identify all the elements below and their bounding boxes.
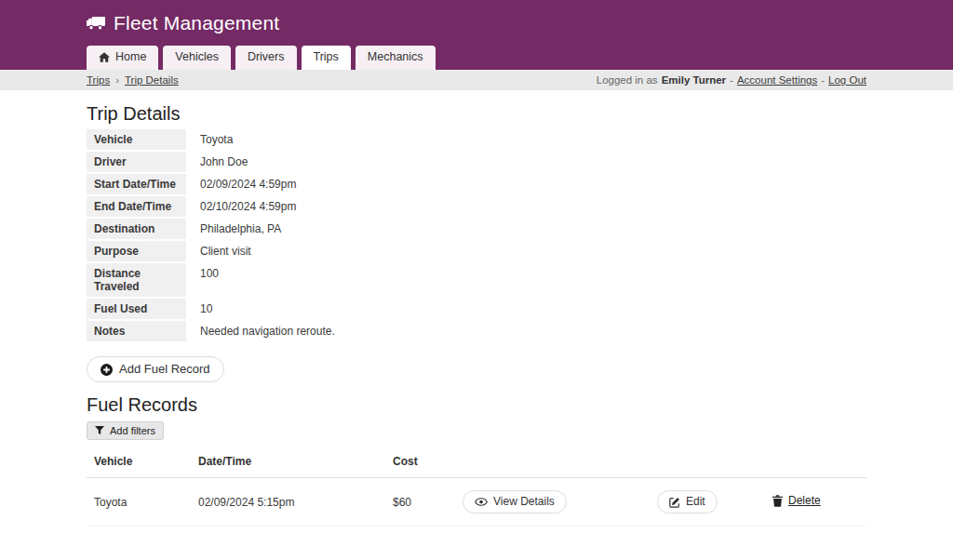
detail-row: Purpose Client visit (87, 241, 866, 261)
fuel-table-header-row: Vehicle Date/Time Cost (87, 449, 866, 478)
detail-value: John Doe (186, 152, 255, 172)
trip-details-table: Vehicle Toyota Driver John Doe Start Dat… (87, 129, 866, 341)
column-header-cost: Cost (385, 449, 455, 478)
breadcrumb-trips-link[interactable]: Trips (87, 74, 110, 86)
tab-vehicles[interactable]: Vehicles (163, 46, 231, 70)
detail-value: 02/10/2024 4:59pm (186, 196, 303, 217)
detail-label: Start Date/Time (87, 174, 186, 194)
plus-circle-icon (101, 364, 113, 376)
detail-row: Start Date/Time 02/09/2024 4:59pm (87, 174, 866, 194)
tab-label: Mechanics (368, 51, 423, 63)
detail-value: Needed navigation reroute. (186, 321, 342, 341)
add-filters-button[interactable]: Add filters (87, 421, 164, 440)
detail-label: Notes (87, 321, 186, 341)
detail-value: Toyota (186, 129, 240, 150)
trash-icon (772, 495, 783, 507)
session-prefix: Logged in as (597, 74, 658, 86)
app-title: Fleet Management (87, 0, 866, 34)
filter-icon (95, 426, 104, 435)
main-nav: Home Vehicles Drivers Trips Mechanics (87, 46, 866, 70)
detail-row: Vehicle Toyota (87, 129, 866, 150)
session-user: Emily Turner (662, 74, 726, 86)
home-icon (99, 52, 110, 62)
account-settings-link[interactable]: Account Settings (737, 74, 817, 86)
detail-row: Notes Needed navigation reroute. (87, 321, 866, 341)
detail-value: Client visit (186, 241, 259, 261)
delete-button[interactable]: Delete (772, 494, 821, 507)
tab-home[interactable]: Home (87, 46, 158, 70)
detail-label: Fuel Used (87, 299, 186, 319)
detail-value: 100 (186, 263, 226, 297)
tab-label: Drivers (248, 51, 285, 63)
view-details-label: View Details (493, 496, 555, 508)
detail-value: Philadelphia, PA (186, 219, 289, 239)
tab-label: Vehicles (175, 51, 219, 63)
page-title: Trip Details (87, 103, 866, 124)
detail-value: 02/09/2024 4:59pm (186, 174, 303, 194)
log-out-link[interactable]: Log Out (828, 74, 866, 86)
detail-row: Destination Philadelphia, PA (87, 219, 866, 239)
delete-label: Delete (788, 494, 821, 507)
detail-label: End Date/Time (87, 196, 186, 217)
column-header-empty (650, 449, 765, 478)
cell-cost: $60 (385, 478, 455, 527)
tab-mechanics[interactable]: Mechanics (356, 46, 436, 70)
detail-row: Driver John Doe (87, 152, 866, 172)
fuel-records-heading: Fuel Records (87, 394, 866, 415)
breadcrumb-current-link[interactable]: Trip Details (125, 74, 179, 86)
detail-value: 10 (186, 299, 220, 319)
detail-row: Fuel Used 10 (87, 299, 866, 319)
session-info: Logged in as Emily Turner - Account Sett… (597, 74, 866, 86)
edit-pencil-icon (669, 497, 680, 508)
detail-label: Vehicle (87, 129, 186, 150)
edit-button[interactable]: Edit (657, 490, 718, 513)
detail-label: Purpose (87, 241, 186, 261)
breadcrumb-separator: › (115, 74, 119, 86)
cell-datetime: 02/09/2024 5:15pm (191, 478, 385, 527)
app-title-text: Fleet Management (114, 12, 279, 34)
app-header: Fleet Management Home Vehicles Drivers T… (0, 0, 953, 70)
edit-label: Edit (686, 496, 705, 508)
tab-label: Home (115, 51, 146, 63)
column-header-datetime: Date/Time (191, 449, 385, 478)
detail-label: Driver (87, 152, 186, 172)
page: Fleet Management Home Vehicles Drivers T… (0, 0, 953, 560)
detail-label: Distance Traveled (87, 263, 186, 297)
detail-row: End Date/Time 02/10/2024 4:59pm (87, 196, 866, 217)
add-fuel-record-label: Add Fuel Record (119, 363, 210, 376)
eye-icon (475, 498, 488, 506)
breadcrumb: Trips › Trip Details (87, 74, 179, 86)
detail-row: Distance Traveled 100 (87, 263, 866, 297)
truck-icon (87, 16, 105, 31)
add-filters-label: Add filters (110, 425, 155, 436)
cell-vehicle: Toyota (87, 478, 191, 527)
fuel-record-row: Toyota 02/09/2024 5:15pm $60 View Detail (87, 478, 866, 527)
session-separator: - (730, 74, 733, 86)
column-header-vehicle: Vehicle (87, 449, 191, 478)
add-fuel-record-button[interactable]: Add Fuel Record (87, 356, 224, 382)
column-header-empty (455, 449, 650, 478)
detail-label: Destination (87, 219, 186, 239)
tab-drivers[interactable]: Drivers (235, 46, 297, 70)
fuel-records-table: Vehicle Date/Time Cost Toyota 02/09/2024… (87, 449, 866, 527)
session-separator: - (821, 74, 825, 86)
main-content: Trip Details Vehicle Toyota Driver John … (87, 103, 866, 560)
view-details-button[interactable]: View Details (463, 490, 567, 513)
subbar: Trips › Trip Details Logged in as Emily … (0, 70, 953, 90)
column-header-empty (765, 449, 866, 478)
tab-trips[interactable]: Trips (302, 46, 351, 70)
tab-label: Trips (314, 51, 339, 63)
